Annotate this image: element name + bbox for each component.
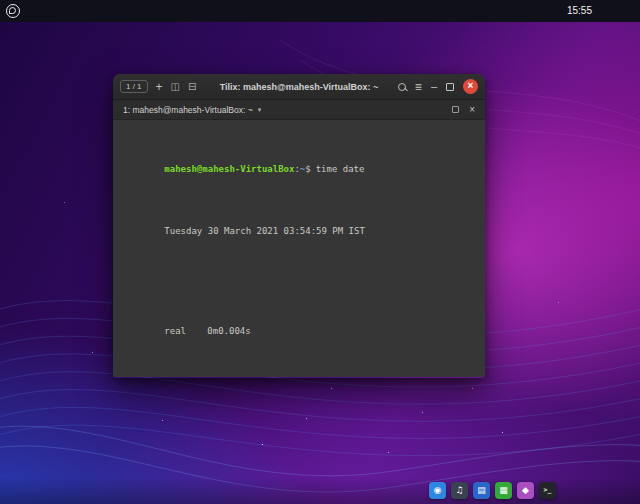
detach-terminal-icon[interactable] — [452, 106, 459, 113]
close-button[interactable]: × — [463, 79, 478, 94]
timing-value: 0m0.004s — [207, 326, 250, 336]
app-icon-writer[interactable]: ▤ — [473, 482, 490, 499]
maximize-button[interactable] — [446, 83, 454, 91]
date-output: Tuesday 30 March 2021 03:54:59 PM IST — [164, 226, 364, 236]
minimize-button[interactable]: – — [431, 81, 437, 92]
prompt-dollar: $ — [305, 164, 310, 174]
add-session-button[interactable]: + — [156, 81, 163, 93]
app-icon-graphics[interactable]: ◆ — [517, 482, 534, 499]
spreadsheet-grid-icon: ▦ — [499, 486, 508, 495]
diamond-icon: ◆ — [522, 486, 529, 495]
document-icon: ▤ — [477, 486, 486, 495]
terminal-line-blank — [121, 275, 477, 288]
close-terminal-icon[interactable]: × — [469, 105, 475, 115]
session-pager[interactable]: 1 / 1 — [120, 80, 148, 93]
timing-label: real — [164, 325, 207, 338]
app-icon-spreadsheet[interactable]: ▦ — [495, 482, 512, 499]
clock[interactable]: 15:55 — [567, 0, 592, 22]
terminal-prompt-icon: >_ — [544, 487, 552, 494]
bottom-taskbar: ◉ ♫ ▤ ▦ ◆ >_ — [0, 477, 640, 504]
window-title: Tilix: mahesh@mahesh-VirtualBox: ~ — [220, 82, 379, 92]
terminal-tab-bar: 1: mahesh@mahesh-VirtualBox: ~ ▾ × — [113, 100, 485, 120]
command-text: time date — [316, 164, 365, 174]
desktop: 15:55 1 / 1 + ◫ ⊟ Tilix: mahesh@mahesh-V… — [0, 0, 640, 504]
terminal-body[interactable]: mahesh@mahesh-VirtualBox:~$time date Tue… — [113, 120, 485, 377]
timing-row-user: user0m0.003s — [121, 375, 477, 378]
distro-logo-icon[interactable] — [6, 4, 20, 18]
app-icon-terminal[interactable]: >_ — [539, 482, 556, 499]
dock: ◉ ♫ ▤ ▦ ◆ >_ — [429, 482, 556, 499]
prompt-user-host: mahesh@mahesh-VirtualBox — [164, 164, 294, 174]
timing-row-real: real0m0.004s — [121, 313, 477, 351]
top-panel: 15:55 — [0, 0, 640, 22]
app-icon-software[interactable]: ◉ — [429, 482, 446, 499]
search-icon[interactable] — [398, 83, 406, 91]
window-titlebar[interactable]: 1 / 1 + ◫ ⊟ Tilix: mahesh@mahesh-Virtual… — [113, 74, 485, 100]
split-down-icon[interactable]: ⊟ — [188, 82, 196, 92]
hamburger-menu-icon[interactable]: ≡ — [415, 81, 422, 93]
music-note-icon: ♫ — [455, 486, 463, 495]
split-right-icon[interactable]: ◫ — [171, 82, 180, 92]
software-icon: ◉ — [434, 486, 442, 495]
terminal-tab-label[interactable]: 1: mahesh@mahesh-VirtualBox: ~ — [123, 105, 253, 115]
titlebar-right-controls: ≡ – × — [398, 79, 478, 94]
tab-right-controls: × — [452, 105, 475, 115]
terminal-line-command: mahesh@mahesh-VirtualBox:~$time date — [121, 150, 477, 188]
chevron-down-icon[interactable]: ▾ — [258, 106, 262, 114]
terminal-window: 1 / 1 + ◫ ⊟ Tilix: mahesh@mahesh-Virtual… — [113, 74, 485, 378]
app-icon-music[interactable]: ♫ — [451, 482, 468, 499]
titlebar-left-controls: 1 / 1 + ◫ ⊟ — [120, 80, 196, 93]
terminal-line-date-output: Tuesday 30 March 2021 03:54:59 PM IST — [121, 213, 477, 251]
